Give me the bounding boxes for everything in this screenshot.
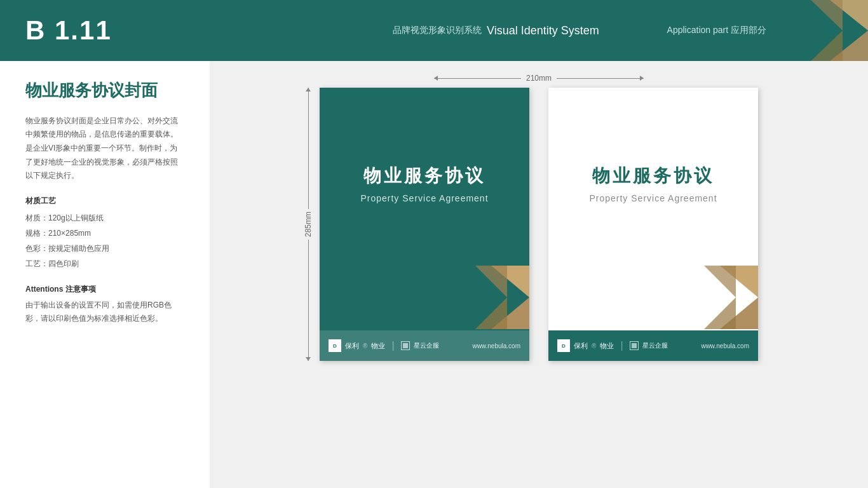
spec-process: 工艺：四色印刷 xyxy=(25,256,184,271)
svg-marker-7 xyxy=(475,297,507,329)
height-label: 285mm xyxy=(302,209,314,240)
description-text: 物业服务协议封面是企业日常办公、对外交流中频繁使用的物品，是信息传递的重要载体。… xyxy=(25,114,184,183)
front-separator: | xyxy=(391,340,394,351)
main-content: 物业服务协议封面 物业服务协议封面是企业日常办公、对外交流中频繁使用的物品，是信… xyxy=(0,61,868,488)
left-panel: 物业服务协议封面 物业服务协议封面是企业日常办公、对外交流中频繁使用的物品，是信… xyxy=(0,61,210,488)
attention-title: Attentions 注意事项 xyxy=(25,284,184,295)
front-title-en: Property Service Agreement xyxy=(320,193,529,203)
back-superscript: ® xyxy=(592,342,596,349)
width-dimension: 210mm xyxy=(434,74,644,83)
page-number: B 1.11 xyxy=(25,15,112,46)
svg-marker-11 xyxy=(704,297,736,329)
back-poly-icon: D xyxy=(557,339,570,352)
front-nebula-text: 星云企服 xyxy=(414,341,439,350)
svg-marker-6 xyxy=(475,266,507,297)
back-logo-area: D 保利 ® 物业 | 星云企服 xyxy=(557,339,668,352)
front-superscript: ® xyxy=(363,342,367,349)
header-decoration xyxy=(792,0,868,61)
width-label: 210mm xyxy=(521,74,557,83)
application-label: Application part 应用部分 xyxy=(667,25,766,36)
spec-color: 色彩：按规定辅助色应用 xyxy=(25,241,184,256)
back-title-cn: 物业服务协议 xyxy=(548,164,758,188)
subtitle-en: Visual Identity System xyxy=(487,24,599,37)
front-url: www.nebula.com xyxy=(472,342,520,349)
back-separator: | xyxy=(620,340,623,351)
svg-marker-3 xyxy=(811,30,843,61)
front-logo-text1: 保利 xyxy=(345,341,359,351)
front-title-cn: 物业服务协议 xyxy=(320,164,529,188)
back-chevron-deco xyxy=(688,266,758,329)
header-subtitle-area: 品牌视觉形象识别系统 Visual Identity System xyxy=(393,24,599,37)
back-logo-text1: 保利 xyxy=(574,341,588,351)
specs-section: 材质工艺 材质：120g以上铜版纸 规格：210×285mm 色彩：按规定辅助色… xyxy=(25,196,184,271)
svg-marker-10 xyxy=(704,266,736,297)
preview-row: 285mm 物业服务协议 Property Service Agreement xyxy=(320,88,758,361)
subtitle-cn: 品牌视觉形象识别系统 xyxy=(393,25,482,36)
nebula-icon xyxy=(401,341,410,350)
attention-text: 由于输出设备的设置不同，如需使用RGB色彩，请以印刷色值为标准选择相近色彩。 xyxy=(25,299,184,326)
back-logo-text2: 物业 xyxy=(600,341,614,351)
poly-icon: D xyxy=(329,339,341,352)
header: B 1.11 品牌视觉形象识别系统 Visual Identity System… xyxy=(0,0,868,61)
spec-material: 材质：120g以上铜版纸 xyxy=(25,210,184,226)
front-bottom-bar: D 保利 ® 物业 | 星云企服 www.nebula.com xyxy=(320,330,529,361)
spec-size: 规格：210×285mm xyxy=(25,226,184,241)
front-cover: 物业服务协议 Property Service Agreement xyxy=(320,88,529,361)
front-logo-area: D 保利 ® 物业 | 星云企服 xyxy=(329,339,439,352)
back-nebula-icon xyxy=(630,341,639,350)
right-panel: 210mm 285mm 物业服务协议 Property Service Agre… xyxy=(210,61,868,488)
front-logo-text2: 物业 xyxy=(371,341,385,351)
front-cover-decoration xyxy=(459,266,529,329)
back-cover: 物业服务协议 Property Service Agreement D xyxy=(548,88,758,361)
back-cover-decoration xyxy=(688,266,758,329)
specs-title: 材质工艺 xyxy=(25,196,184,207)
header-chevron-svg xyxy=(792,0,868,61)
attention-section: Attentions 注意事项 由于输出设备的设置不同，如需使用RGB色彩，请以… xyxy=(25,284,184,326)
svg-marker-2 xyxy=(811,0,843,30)
back-title-en: Property Service Agreement xyxy=(548,193,758,203)
height-dimension: 285mm xyxy=(302,88,315,361)
back-url: www.nebula.com xyxy=(701,342,749,349)
back-nebula-text: 星云企服 xyxy=(642,341,668,350)
back-bottom-bar: D 保利 ® 物业 | 星云企服 www.nebula.com xyxy=(548,330,758,361)
page-title: 物业服务协议封面 xyxy=(25,80,184,102)
front-chevron-deco xyxy=(459,266,529,329)
